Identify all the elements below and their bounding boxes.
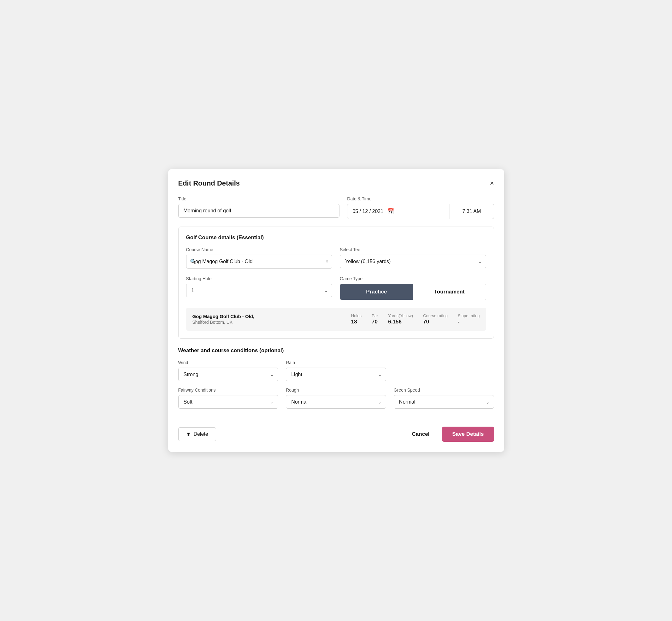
holes-label: Holes xyxy=(351,313,362,318)
modal-header: Edit Round Details × xyxy=(178,179,494,188)
game-type-toggle: Practice Tournament xyxy=(340,284,486,300)
wind-rain-row: Wind NoneLightModerateStrong ⌄ Rain None… xyxy=(178,360,494,381)
fairway-dropdown[interactable]: SoftNormalHard xyxy=(178,395,279,409)
course-name-input[interactable] xyxy=(186,255,333,268)
starting-hole-label: Starting Hole xyxy=(186,276,333,281)
course-info-stats: Holes 18 Par 70 Yards(Yellow) 6,156 Cour… xyxy=(351,313,480,325)
rough-wrapper: SoftNormalHard ⌄ xyxy=(286,395,386,409)
starting-hole-group: Starting Hole 1234 5678 910 ⌄ xyxy=(186,276,333,297)
par-value: 70 xyxy=(372,319,378,325)
rain-wrapper: NoneLightModerateHeavy ⌄ xyxy=(286,368,386,381)
save-button[interactable]: Save Details xyxy=(442,427,494,442)
starting-hole-dropdown[interactable]: 1234 5678 910 xyxy=(186,284,333,297)
starting-hole-wrapper: 1234 5678 910 ⌄ xyxy=(186,284,333,297)
tournament-button[interactable]: Tournament xyxy=(413,284,486,300)
course-name-search-wrapper: 🔍 × xyxy=(186,255,333,268)
course-info-location: Shelford Bottom, UK xyxy=(193,320,255,325)
title-label: Title xyxy=(178,196,340,201)
green-speed-dropdown[interactable]: SlowNormalFast xyxy=(394,395,494,409)
rain-label: Rain xyxy=(286,360,386,365)
footer-row: 🗑 Delete Cancel Save Details xyxy=(178,419,494,442)
golf-course-section: Golf Course details (Essential) Course N… xyxy=(178,226,494,339)
edit-round-modal: Edit Round Details × Title Date & Time 0… xyxy=(168,169,504,452)
select-tee-label: Select Tee xyxy=(340,247,486,252)
datetime-group: Date & Time 05 / 12 / 2021 📅 7:31 AM xyxy=(347,196,494,219)
wind-label: Wind xyxy=(178,360,279,365)
course-info-box: Gog Magog Golf Club - Old, Shelford Bott… xyxy=(186,308,486,331)
rough-group: Rough SoftNormalHard ⌄ xyxy=(286,387,386,409)
green-speed-wrapper: SlowNormalFast ⌄ xyxy=(394,395,494,409)
course-info-details: Gog Magog Golf Club - Old, Shelford Bott… xyxy=(193,314,255,325)
datetime-label: Date & Time xyxy=(347,196,494,201)
cancel-button[interactable]: Cancel xyxy=(407,427,435,441)
par-stat: Par 70 xyxy=(372,313,378,325)
wind-group: Wind NoneLightModerateStrong ⌄ xyxy=(178,360,279,381)
yards-label: Yards(Yellow) xyxy=(388,313,413,318)
fairway-rough-green-row: Fairway Conditions SoftNormalHard ⌄ Roug… xyxy=(178,387,494,409)
golf-course-title: Golf Course details (Essential) xyxy=(186,235,486,241)
yards-value: 6,156 xyxy=(388,319,402,325)
weather-section-title: Weather and course conditions (optional) xyxy=(178,347,494,354)
date-value: 05 / 12 / 2021 xyxy=(352,209,383,214)
close-button[interactable]: × xyxy=(490,180,494,187)
delete-label: Delete xyxy=(194,431,208,437)
title-group: Title xyxy=(178,196,340,218)
course-rating-label: Course rating xyxy=(423,313,448,318)
rain-dropdown[interactable]: NoneLightModerateHeavy xyxy=(286,368,386,381)
select-tee-group: Select Tee Yellow (6,156 yards) White Re… xyxy=(340,247,486,268)
search-icon: 🔍 xyxy=(190,259,196,264)
game-type-label: Game Type xyxy=(340,276,486,281)
holes-stat: Holes 18 xyxy=(351,313,362,325)
course-rating-stat: Course rating 70 xyxy=(423,313,448,325)
slope-rating-stat: Slope rating - xyxy=(458,313,479,325)
hole-gametype-row: Starting Hole 1234 5678 910 ⌄ Game Type … xyxy=(186,276,486,300)
green-speed-group: Green Speed SlowNormalFast ⌄ xyxy=(394,387,494,409)
par-label: Par xyxy=(372,313,378,318)
slope-rating-label: Slope rating xyxy=(458,313,479,318)
fairway-label: Fairway Conditions xyxy=(178,387,279,392)
fairway-group: Fairway Conditions SoftNormalHard ⌄ xyxy=(178,387,279,409)
time-input[interactable]: 7:31 AM xyxy=(450,204,494,219)
fairway-wrapper: SoftNormalHard ⌄ xyxy=(178,395,279,409)
rough-dropdown[interactable]: SoftNormalHard xyxy=(286,395,386,409)
yards-stat: Yards(Yellow) 6,156 xyxy=(388,313,413,325)
wind-wrapper: NoneLightModerateStrong ⌄ xyxy=(178,368,279,381)
course-name-label: Course Name xyxy=(186,247,333,252)
trash-icon: 🗑 xyxy=(186,431,191,437)
rain-group: Rain NoneLightModerateHeavy ⌄ xyxy=(286,360,386,381)
delete-button[interactable]: 🗑 Delete xyxy=(178,427,216,441)
slope-rating-value: - xyxy=(458,319,460,325)
course-info-name: Gog Magog Golf Club - Old, xyxy=(193,314,255,319)
weather-section: Weather and course conditions (optional)… xyxy=(178,347,494,409)
wind-dropdown[interactable]: NoneLightModerateStrong xyxy=(178,368,279,381)
select-tee-dropdown[interactable]: Yellow (6,156 yards) White Red Blue xyxy=(340,255,486,268)
date-input[interactable]: 05 / 12 / 2021 📅 xyxy=(347,204,450,219)
modal-title: Edit Round Details xyxy=(178,179,240,188)
game-type-group: Game Type Practice Tournament xyxy=(340,276,486,300)
select-tee-wrapper: Yellow (6,156 yards) White Red Blue ⌄ xyxy=(340,255,486,268)
practice-button[interactable]: Practice xyxy=(340,284,413,300)
footer-right: Cancel Save Details xyxy=(407,427,494,442)
time-value: 7:31 AM xyxy=(463,209,481,214)
calendar-icon: 📅 xyxy=(387,208,394,215)
holes-value: 18 xyxy=(351,319,357,325)
title-datetime-row: Title Date & Time 05 / 12 / 2021 📅 7:31 … xyxy=(178,196,494,219)
course-name-clear-button[interactable]: × xyxy=(326,259,328,264)
rough-label: Rough xyxy=(286,387,386,392)
title-input[interactable] xyxy=(178,204,340,218)
date-time-row: 05 / 12 / 2021 📅 7:31 AM xyxy=(347,204,494,219)
course-rating-value: 70 xyxy=(423,319,429,325)
course-tee-row: Course Name 🔍 × Select Tee Yellow (6,156… xyxy=(186,247,486,268)
green-speed-label: Green Speed xyxy=(394,387,494,392)
course-name-group: Course Name 🔍 × xyxy=(186,247,333,268)
